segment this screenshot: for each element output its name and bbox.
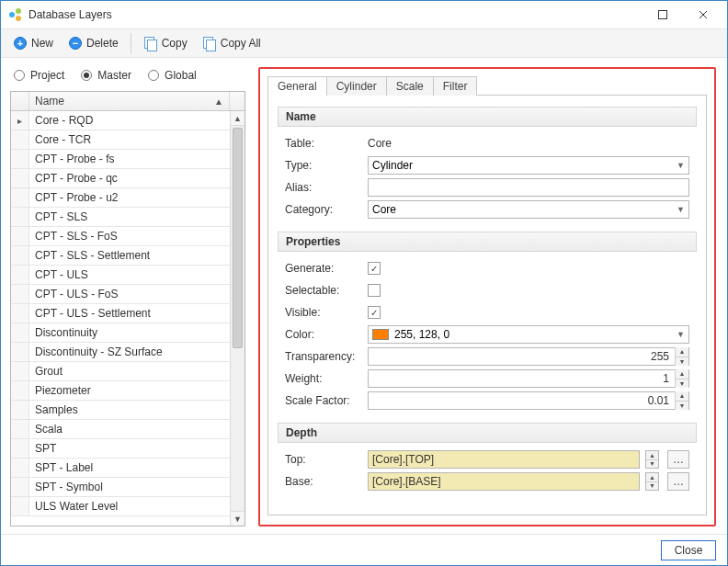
copy-all-button[interactable]: Copy All [196, 33, 267, 53]
spin-up-icon[interactable]: ▲ [676, 347, 688, 357]
row-name-cell: CPT - ULS - Settlement [29, 304, 230, 323]
table-row[interactable]: ▸Core - RQD [11, 111, 230, 130]
row-name-cell: CPT - SLS - FoS [29, 227, 230, 245]
base-spinner[interactable]: ▲▼ [645, 472, 659, 491]
tabstrip: General Cylinder Scale Filter [267, 74, 707, 96]
scalefactor-spinner[interactable]: ▲▼ [675, 391, 688, 410]
weight-spinner[interactable]: ▲▼ [675, 369, 688, 388]
row-header[interactable] [11, 343, 29, 361]
base-browse-button[interactable]: … [667, 472, 689, 491]
table-row[interactable]: CPT - Probe - fs [11, 150, 230, 169]
row-header[interactable] [11, 246, 29, 265]
scroll-thumb[interactable] [233, 128, 243, 348]
row-header[interactable] [11, 420, 29, 438]
table-row[interactable]: Core - TCR [11, 130, 230, 150]
base-expression[interactable]: [Core].[BASE] [368, 472, 640, 491]
row-header[interactable]: ▸ [11, 111, 29, 130]
row-header[interactable] [11, 497, 29, 515]
tab-general[interactable]: General [267, 76, 327, 96]
row-header[interactable] [11, 458, 29, 477]
type-label: Type: [285, 159, 362, 172]
window-title: Database Layers [28, 8, 643, 21]
tab-cylinder[interactable]: Cylinder [326, 76, 387, 96]
row-header[interactable] [11, 478, 29, 496]
scalefactor-input[interactable]: 0.01▲▼ [368, 391, 689, 410]
row-header[interactable] [11, 266, 29, 284]
table-row[interactable]: CPT - ULS - FoS [11, 285, 230, 304]
table-row[interactable]: CPT - Probe - u2 [11, 188, 230, 208]
table-row[interactable]: CPT - ULS [11, 266, 230, 285]
table-row[interactable]: CPT - SLS - FoS [11, 227, 230, 246]
maximize-button[interactable] [643, 2, 683, 28]
table-row[interactable]: Grout [11, 362, 230, 381]
top-expression[interactable]: [Core].[TOP] [368, 450, 640, 469]
weight-input[interactable]: 1▲▼ [368, 369, 689, 388]
table-row[interactable]: Discontinuity [11, 323, 230, 343]
copy-button[interactable]: Copy [137, 33, 194, 53]
spin-down-icon[interactable]: ▼ [676, 402, 688, 411]
spin-down-icon[interactable]: ▼ [676, 379, 688, 389]
vertical-scrollbar[interactable]: ▲ ▼ [230, 111, 245, 526]
spin-up-icon[interactable]: ▲ [646, 451, 658, 460]
close-window-button[interactable] [683, 2, 723, 28]
row-header[interactable] [11, 381, 29, 400]
tab-filter[interactable]: Filter [433, 76, 478, 96]
row-header[interactable] [11, 169, 29, 187]
spin-up-icon[interactable]: ▲ [676, 391, 688, 402]
tab-scale[interactable]: Scale [386, 76, 434, 96]
spin-down-icon[interactable]: ▼ [676, 357, 688, 367]
category-combo[interactable]: Core▼ [368, 200, 689, 219]
transparency-spinner[interactable]: ▲▼ [675, 347, 688, 366]
close-button[interactable]: Close [661, 540, 716, 560]
scroll-down-button[interactable]: ▼ [231, 511, 245, 526]
table-row[interactable]: Piezometer [11, 381, 230, 401]
table-row[interactable]: Discontinuity - SZ Surface [11, 343, 230, 362]
table-row[interactable]: SPT - Symbol [11, 478, 230, 497]
row-header[interactable] [11, 362, 29, 380]
spin-up-icon[interactable]: ▲ [676, 369, 688, 379]
delete-button[interactable]: − Delete [62, 33, 125, 53]
row-header[interactable] [11, 401, 29, 419]
scroll-track[interactable] [231, 126, 245, 511]
new-button[interactable]: + New [6, 33, 60, 53]
color-combo[interactable]: 255, 128, 0 ▼ [368, 325, 689, 344]
generate-checkbox[interactable]: ✓ [368, 262, 381, 275]
radio-master[interactable]: Master [81, 69, 131, 82]
transparency-input[interactable]: 255▲▼ [368, 347, 689, 366]
top-browse-button[interactable]: … [667, 450, 689, 469]
table-row[interactable]: SPT [11, 439, 230, 458]
row-header[interactable] [11, 323, 29, 342]
row-header[interactable] [11, 150, 29, 168]
grid-header-name[interactable]: Name ▲ [29, 92, 230, 110]
row-header[interactable] [11, 227, 29, 245]
selectable-checkbox[interactable] [368, 284, 381, 297]
row-header[interactable] [11, 285, 29, 303]
row-header[interactable] [11, 439, 29, 458]
table-row[interactable]: Scala [11, 420, 230, 439]
top-spinner[interactable]: ▲▼ [645, 450, 659, 469]
table-row[interactable]: Samples [11, 401, 230, 420]
row-header[interactable] [11, 188, 29, 207]
row-name-cell: CPT - Probe - fs [29, 150, 230, 168]
table-row[interactable]: CPT - Probe - qc [11, 169, 230, 188]
table-row[interactable]: ULS Water Level [11, 497, 230, 516]
row-header[interactable] [11, 208, 29, 226]
table-row[interactable]: SPT - Label [11, 458, 230, 478]
row-header[interactable] [11, 130, 29, 149]
table-row[interactable]: CPT - SLS [11, 208, 230, 227]
scroll-up-button[interactable]: ▲ [231, 111, 245, 126]
table-row[interactable]: CPT - ULS - Settlement [11, 304, 230, 323]
row-header[interactable] [11, 304, 29, 323]
type-combo[interactable]: Cylinder▼ [368, 156, 689, 175]
radio-project[interactable]: Project [14, 69, 64, 82]
spin-down-icon[interactable]: ▼ [646, 460, 658, 469]
grid-header-selector[interactable] [11, 92, 29, 110]
alias-input[interactable] [368, 178, 689, 197]
spin-down-icon[interactable]: ▼ [646, 482, 658, 491]
copy-icon [143, 36, 158, 51]
visible-checkbox[interactable]: ✓ [368, 306, 381, 319]
row-name-cell: CPT - Probe - qc [29, 169, 230, 187]
spin-up-icon[interactable]: ▲ [646, 473, 658, 482]
table-row[interactable]: CPT - SLS - Settlement [11, 246, 230, 266]
radio-global[interactable]: Global [148, 69, 197, 82]
